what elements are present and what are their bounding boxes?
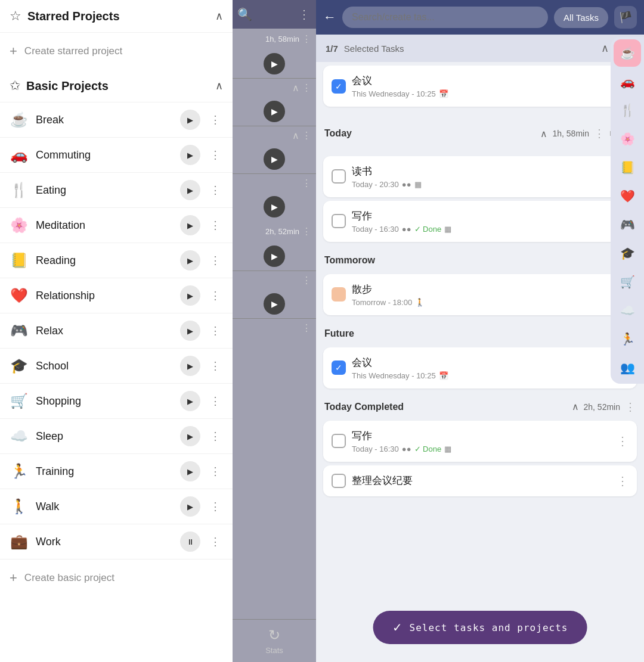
project-item-sleep[interactable]: ☁️ Sleep ▶ ⋮ (0, 418, 233, 453)
task-checkbox-meeting1[interactable]: ✓ (332, 79, 346, 94)
middle-dots-7[interactable]: ⋮ (302, 322, 311, 334)
rail-book-icon[interactable]: 📒 (614, 154, 641, 181)
middle-dots-2[interactable]: ⋮ (302, 82, 311, 94)
walk-play-button[interactable]: ▶ (180, 496, 200, 517)
reading-icon: 📒 (10, 252, 29, 269)
task-checkbox-writing1[interactable] (332, 214, 346, 228)
project-item-relationship[interactable]: ❤️ Relationship ▶ ⋮ (0, 278, 233, 313)
project-name-training: Training (36, 465, 173, 478)
task-checkbox-reading[interactable] (332, 169, 346, 184)
break-more-button[interactable]: ⋮ (208, 113, 223, 126)
project-item-school[interactable]: 🎓 School ▶ ⋮ (0, 348, 233, 383)
rail-people-icon[interactable]: 👥 (614, 354, 641, 381)
eating-more-button[interactable]: ⋮ (208, 184, 223, 197)
shopping-more-button[interactable]: ⋮ (208, 394, 223, 408)
sleep-play-button[interactable]: ▶ (180, 426, 200, 446)
project-item-shopping[interactable]: 🛒 Shopping ▶ ⋮ (0, 383, 233, 418)
search-input[interactable] (342, 7, 548, 28)
middle-dots-4[interactable]: ⋮ (302, 178, 311, 189)
project-item-walk[interactable]: 🚶 Walk ▶ ⋮ (0, 489, 233, 524)
relax-play-button[interactable]: ▶ (180, 321, 200, 341)
commuting-play-button[interactable]: ▶ (180, 145, 200, 165)
middle-play-btn-3[interactable]: ▶ (264, 148, 285, 170)
meditation-more-button[interactable]: ⋮ (208, 219, 223, 232)
project-item-commuting[interactable]: 🚗 Commuting ▶ ⋮ (0, 137, 233, 172)
middle-dots-1[interactable]: ⋮ (302, 33, 311, 45)
rail-fork-icon[interactable]: 🍴 (614, 97, 641, 124)
project-item-reading[interactable]: 📒 Reading ▶ ⋮ (0, 243, 233, 278)
eating-play-button[interactable]: ▶ (180, 180, 200, 200)
rail-flower-icon[interactable]: 🌸 (614, 125, 641, 153)
middle-play-btn-2[interactable]: ▶ (264, 101, 285, 122)
relationship-more-button[interactable]: ⋮ (208, 289, 223, 302)
sleep-more-button[interactable]: ⋮ (208, 430, 223, 443)
stats-button[interactable]: ↻ Stats (233, 619, 316, 662)
task-checkbox-walk[interactable] (332, 287, 346, 302)
middle-dots-5[interactable]: ⋮ (302, 226, 311, 237)
training-play-button[interactable]: ▶ (180, 461, 200, 481)
middle-expand-2[interactable]: ∧ (292, 130, 299, 141)
task-info-meeting1: 会议 This Wednesday - 10:25 📅 (352, 74, 611, 98)
create-starred-project[interactable]: + Create starred project (0, 32, 233, 70)
project-item-work[interactable]: 💼 Work ⏸ ⋮ (0, 524, 233, 559)
task-checkbox-meeting2[interactable]: ✓ (332, 360, 346, 375)
completed-more[interactable]: ⋮ (625, 400, 636, 414)
shopping-icon: 🛒 (10, 393, 29, 409)
rail-car-icon[interactable]: 🚗 (614, 68, 641, 95)
school-play-button[interactable]: ▶ (180, 356, 200, 376)
reading-more-button[interactable]: ⋮ (208, 254, 223, 267)
relax-more-button[interactable]: ⋮ (208, 324, 223, 337)
break-play-button[interactable]: ▶ (180, 110, 200, 130)
work-more-button[interactable]: ⋮ (208, 535, 223, 548)
calendar-icon: 📅 (439, 89, 448, 98)
walk-more-button[interactable]: ⋮ (208, 500, 223, 513)
middle-dots-3[interactable]: ⋮ (302, 130, 311, 141)
today-chevron[interactable]: ∧ (540, 128, 547, 139)
relationship-play-button[interactable]: ▶ (180, 285, 200, 306)
rail-cart-icon[interactable]: 🛒 (614, 268, 641, 296)
select-tasks-bar[interactable]: ✓ Select tasks and projects (373, 611, 587, 644)
middle-play-btn-4[interactable]: ▶ (264, 196, 285, 217)
project-item-meditation[interactable]: 🌸 Meditation ▶ ⋮ (0, 207, 233, 243)
project-item-eating[interactable]: 🍴 Eating ▶ ⋮ (0, 172, 233, 207)
middle-expand-1[interactable]: ∧ (292, 82, 299, 94)
rail-grad-icon[interactable]: 🎓 (614, 240, 641, 267)
rail-gamepad-icon[interactable]: 🎮 (614, 211, 641, 238)
back-button[interactable]: ← (323, 10, 336, 25)
task-checkbox-writing2[interactable] (332, 434, 346, 448)
training-more-button[interactable]: ⋮ (208, 465, 223, 478)
work-pause-button[interactable]: ⏸ (180, 532, 200, 552)
rail-break-icon[interactable]: ☕ (614, 39, 641, 67)
flag-button[interactable]: 🏴 (614, 6, 637, 29)
project-item-break[interactable]: ☕ Break ▶ ⋮ (0, 102, 233, 137)
today-more[interactable]: ⋮ (594, 127, 605, 140)
all-tasks-button[interactable]: All Tasks (554, 7, 608, 28)
shopping-play-button[interactable]: ▶ (180, 391, 200, 411)
middle-play-btn-6[interactable]: ▶ (264, 293, 285, 315)
middle-dots-6[interactable]: ⋮ (302, 275, 311, 286)
task-checkbox-notes[interactable] (332, 474, 346, 488)
project-item-training[interactable]: 🏃 Training ▶ ⋮ (0, 453, 233, 489)
task-subtitle-writing1: Today - 16:30 ●● ✓ Done ▦ (352, 225, 611, 234)
cal-icon2: ▦ (444, 225, 451, 234)
project-item-relax[interactable]: 🎮 Relax ▶ ⋮ (0, 313, 233, 348)
middle-play-btn-5[interactable]: ▶ (264, 245, 285, 267)
meditation-play-button[interactable]: ▶ (180, 215, 200, 235)
middle-play-btn-1[interactable]: ▶ (264, 53, 285, 74)
completed-chevron[interactable]: ∧ (572, 401, 579, 412)
rail-heart-icon[interactable]: ❤️ (614, 182, 641, 210)
starred-chevron-icon[interactable]: ∧ (215, 10, 223, 23)
reading-play-button[interactable]: ▶ (180, 250, 200, 271)
middle-search-icon[interactable]: 🔍 (237, 7, 252, 21)
task-more-notes[interactable]: ⋮ (617, 474, 628, 488)
collapse-icon[interactable]: ∧ (601, 42, 609, 55)
task-more-writing2[interactable]: ⋮ (617, 434, 628, 448)
middle-header: 🔍 ⋮ (233, 0, 316, 29)
create-basic-project[interactable]: + Create basic project (0, 559, 233, 596)
basic-chevron-icon[interactable]: ∧ (215, 79, 223, 92)
commuting-more-button[interactable]: ⋮ (208, 148, 223, 161)
middle-menu-icon[interactable]: ⋮ (298, 7, 311, 21)
rail-run-icon[interactable]: 🏃 (614, 325, 641, 353)
school-more-button[interactable]: ⋮ (208, 359, 223, 372)
rail-cloud-icon[interactable]: ☁️ (614, 297, 641, 324)
